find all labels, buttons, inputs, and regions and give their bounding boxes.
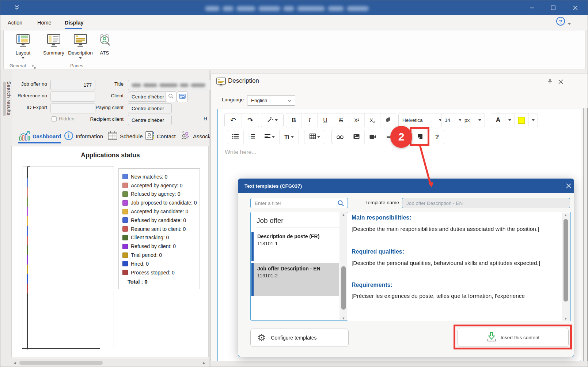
client-browse-button[interactable] xyxy=(177,91,188,102)
template-preview: Main responsibilities: [Describe the mai… xyxy=(347,212,571,321)
search-results-sidebar[interactable]: Search results xyxy=(0,70,12,367)
list-scrollbar[interactable]: ▲ ▼ xyxy=(339,212,348,321)
highlight-color-button[interactable] xyxy=(515,113,529,127)
recipient-client-field[interactable]: Centre d'héber xyxy=(128,115,172,125)
tab-associates[interactable]: ? Associa xyxy=(181,129,210,143)
tab-information[interactable]: Information xyxy=(64,129,103,143)
window-title-redacted xyxy=(205,5,395,12)
dialog-title-bar[interactable]: Text templates (CFG037) xyxy=(238,179,574,193)
size-unit-select[interactable]: px xyxy=(461,113,485,127)
undo-button[interactable]: ↶ xyxy=(225,113,242,127)
highlight-color-dropdown[interactable] xyxy=(529,113,538,127)
image-button[interactable] xyxy=(348,130,365,144)
filter-wrap xyxy=(250,198,348,208)
subscript-button[interactable]: X₂ xyxy=(365,113,380,127)
legend-total: Total : 0 xyxy=(128,279,200,285)
contact-icon xyxy=(145,131,155,142)
dialog-title: Text templates (CFG037) xyxy=(244,183,302,189)
x-axis xyxy=(22,348,100,349)
tab-contact[interactable]: Contact xyxy=(145,129,176,143)
bold-button[interactable]: B xyxy=(286,113,302,127)
template-item[interactable]: Description de poste (FR) 113101-1 xyxy=(251,231,339,262)
annotation-highlight-insert xyxy=(454,325,572,349)
align-left-icon xyxy=(265,134,270,141)
close-dialog-icon[interactable] xyxy=(566,183,571,190)
undo-redo-group: ↶ ↷ xyxy=(224,113,259,127)
preview-scrollbar[interactable]: ▲ ▼ xyxy=(562,213,570,321)
video-button[interactable] xyxy=(365,130,381,144)
configure-templates-button[interactable]: ⚙ Configure templates xyxy=(250,329,349,347)
description-panel-icon xyxy=(216,78,226,88)
italic-button[interactable]: I xyxy=(302,113,318,127)
chart-title: Applications status xyxy=(12,151,209,159)
client-search-button[interactable] xyxy=(166,91,177,102)
close-window-button[interactable] xyxy=(567,0,584,15)
dashboard-card: Applications status xyxy=(11,146,209,357)
ribbon: Layout Summary Description ATS Gene xyxy=(3,30,585,70)
strikethrough-button[interactable]: S xyxy=(333,113,349,127)
hidden-checkbox[interactable] xyxy=(52,116,57,121)
scroll-up-icon[interactable]: ▲ xyxy=(342,213,345,217)
magic-wand-button[interactable] xyxy=(261,113,283,127)
tab-dashboard[interactable]: Dashboard xyxy=(19,129,61,143)
client-field[interactable]: Centre d'héber xyxy=(128,91,172,102)
template-item-code: 113101-1 xyxy=(257,241,278,246)
vertical-scrollbar[interactable] xyxy=(583,108,588,361)
chart-legend: New matches: 0 Accepted by agency: 0 Ref… xyxy=(118,168,200,289)
id-export-label: ID Export xyxy=(11,105,47,110)
dialog-launcher-icon[interactable] xyxy=(32,64,36,71)
template-item-selected[interactable]: Job offer Description - EN 113101-2 xyxy=(251,263,339,296)
text-style-button[interactable]: TI xyxy=(280,130,299,144)
h-scroll-thumb[interactable] xyxy=(19,361,103,365)
help-icon[interactable]: ? xyxy=(556,17,565,26)
table-button[interactable] xyxy=(304,130,325,144)
scroll-down-icon[interactable]: ▼ xyxy=(342,317,345,320)
summary-button[interactable]: Summary xyxy=(42,34,66,56)
language-select[interactable]: English xyxy=(247,95,295,106)
numbered-list-icon: 123 xyxy=(249,134,255,141)
horizontal-scrollbar[interactable]: ◀ ▶ xyxy=(11,359,209,366)
numbered-list-button[interactable]: 123 xyxy=(244,130,260,144)
section-body: [Préciser les exigences du poste, telles… xyxy=(352,292,562,300)
scroll-left-icon[interactable]: ◀ xyxy=(14,361,16,365)
tab-action[interactable]: Action xyxy=(8,18,22,27)
minimize-button[interactable] xyxy=(524,0,540,15)
active-form-tab-underline xyxy=(18,142,61,143)
scroll-down-icon[interactable]: ▼ xyxy=(564,317,568,321)
underline-button[interactable]: U xyxy=(318,113,333,127)
search-icon[interactable] xyxy=(337,200,344,208)
info-icon xyxy=(64,131,73,142)
font-color-button[interactable]: A xyxy=(491,113,505,127)
layout-button[interactable]: Layout xyxy=(11,34,35,59)
template-name-field[interactable] xyxy=(402,198,570,208)
quick-access-icon[interactable] xyxy=(14,4,20,13)
pin-icon[interactable] xyxy=(547,79,553,86)
filter-input[interactable] xyxy=(250,198,348,208)
preview-scroll-thumb[interactable] xyxy=(564,219,568,302)
redo-button[interactable]: ↷ xyxy=(242,113,259,127)
chevron-down-icon[interactable] xyxy=(568,20,571,26)
font-family-select[interactable]: Helvetica xyxy=(399,113,445,127)
close-panel-icon[interactable] xyxy=(558,79,563,86)
chart-plot-area xyxy=(23,166,114,349)
paying-client-field[interactable]: Centre d'héber xyxy=(128,103,172,113)
link-button[interactable] xyxy=(332,130,348,144)
tab-display[interactable]: Display xyxy=(65,18,84,27)
scroll-up-icon[interactable]: ▲ xyxy=(564,213,568,217)
list-scroll-thumb[interactable] xyxy=(341,266,346,310)
superscript-button[interactable]: X² xyxy=(349,113,365,127)
font-color-dropdown[interactable] xyxy=(505,113,515,127)
tab-home[interactable]: Home xyxy=(37,18,52,27)
ats-button[interactable]: ATS xyxy=(96,33,113,56)
maximize-button[interactable] xyxy=(545,0,561,15)
eraser-button[interactable] xyxy=(380,113,396,127)
title-field[interactable] xyxy=(128,80,215,90)
editor-help-button[interactable]: ? xyxy=(429,130,445,144)
tab-schedule[interactable]: Schedule xyxy=(107,129,143,143)
gear-icon: ⚙ xyxy=(257,332,266,344)
description-button[interactable]: Description xyxy=(67,34,94,59)
scroll-right-icon[interactable]: ▶ xyxy=(203,361,205,365)
align-button[interactable] xyxy=(260,130,280,144)
bullet-list-button[interactable] xyxy=(227,130,244,144)
sidebar-handle[interactable] xyxy=(3,82,6,116)
